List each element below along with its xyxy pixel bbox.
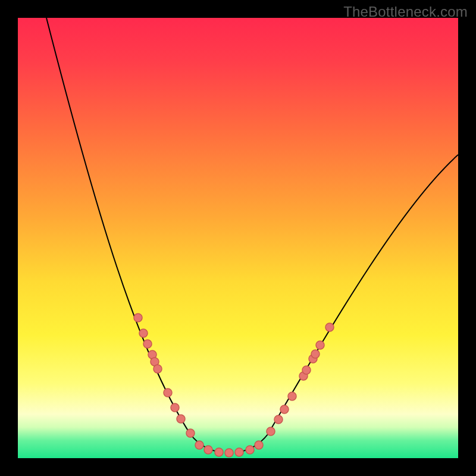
data-point	[139, 329, 148, 337]
dots-left	[134, 314, 195, 437]
data-point	[154, 365, 162, 373]
watermark-text: TheBottleneck.com	[343, 4, 468, 20]
data-point	[204, 446, 212, 454]
data-point	[280, 405, 289, 414]
data-point	[164, 389, 172, 397]
data-point	[288, 392, 296, 400]
chart-area	[18, 18, 458, 458]
data-point	[171, 403, 179, 412]
curve-layer	[18, 18, 458, 458]
data-point	[225, 449, 233, 457]
right-curve	[238, 155, 458, 452]
data-point	[316, 341, 324, 349]
data-point	[325, 323, 334, 331]
data-point	[302, 366, 311, 374]
dots-bottom	[195, 441, 263, 457]
data-point	[255, 441, 263, 449]
left-curve	[46, 18, 220, 452]
data-point	[177, 415, 185, 423]
data-point	[215, 448, 223, 456]
data-point	[311, 350, 320, 358]
data-point	[186, 429, 195, 437]
data-point	[143, 340, 152, 348]
data-point	[274, 415, 283, 424]
data-point	[195, 441, 203, 449]
data-point	[235, 448, 243, 456]
data-point	[134, 314, 142, 322]
data-point	[246, 446, 254, 454]
data-point	[267, 427, 275, 436]
